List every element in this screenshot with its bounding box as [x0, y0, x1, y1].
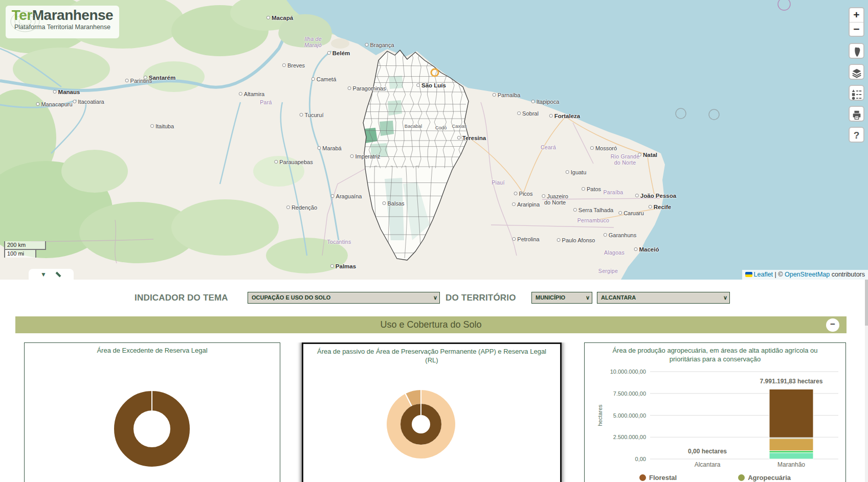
section-header: Uso e Cobertura do Solo − [15, 316, 847, 333]
svg-text:5.000.000,00: 5.000.000,00 [613, 412, 646, 419]
chevron-down-icon: ∨ [586, 292, 590, 303]
diagonal-expand-icon[interactable] [55, 271, 62, 278]
svg-text:10.000.000,00: 10.000.000,00 [610, 369, 646, 375]
chart-title: Área de Excedente de Reserva Legal [25, 346, 280, 355]
osm-link[interactable]: OpenStreetMap [785, 271, 830, 278]
legend-item: Agropecuária [738, 474, 791, 481]
basemap-canvas [0, 0, 868, 280]
legend-button[interactable] [849, 85, 864, 101]
territory-type-value: MUNICÍPIO [536, 294, 565, 301]
chart-card-passivo-app-rl[interactable]: Área de passivo de Área de Preservação P… [302, 342, 562, 482]
legend-list-icon [851, 88, 862, 100]
scale-mi: 100 mi [4, 249, 36, 258]
collapse-triangle-icon[interactable]: ▼ [40, 271, 47, 278]
territory-select-value: ALCANTARA [601, 294, 636, 301]
svg-text:7.500.000,00: 7.500.000,00 [613, 391, 646, 397]
legend-item: Florestal [639, 474, 677, 481]
chart-legend: FlorestalAgropecuária [585, 474, 845, 481]
map-collapse-control[interactable]: ▼ [29, 269, 74, 280]
map-attribution: Leaflet | © OpenStreetMap contributors [742, 270, 868, 280]
territory-label: DO TERRITÓRIO [446, 293, 516, 303]
maranhao-shape-icon [852, 47, 862, 58]
territory-type-select[interactable]: MUNICÍPIO ∨ [531, 292, 592, 304]
zoom-out-button[interactable]: − [850, 22, 863, 36]
leaflet-map[interactable]: MacapáBelémBragançaIlha de MarajóBrevesC… [0, 0, 868, 280]
svg-text:hectares: hectares [597, 404, 603, 426]
theme-label: INDICADOR DO TEMA [135, 293, 228, 303]
svg-text:0,00 hectares: 0,00 hectares [688, 448, 727, 455]
state-extent-button[interactable] [849, 43, 864, 59]
attribution-separator: | © [773, 271, 785, 278]
print-icon [851, 109, 862, 121]
territory-select[interactable]: ALCANTARA ∨ [597, 292, 730, 304]
charts-row: Área de Excedente de Reserva Legal Área … [0, 342, 868, 482]
app-logo: TerMaranhense Plataforma Territorial Mar… [6, 6, 119, 38]
svg-text:0,00: 0,00 [635, 456, 646, 462]
scale-control: 200 km 100 mi [4, 241, 46, 258]
sunburst-chart [303, 364, 559, 467]
filter-row: INDICADOR DO TEMA OCUPAÇÃO E USO DO SOLO… [0, 292, 868, 304]
svg-text:2.500.000,00: 2.500.000,00 [613, 434, 646, 440]
section-collapse-button[interactable]: − [826, 318, 839, 332]
print-button[interactable] [849, 106, 864, 122]
donut-chart [25, 355, 280, 472]
zoom-in-button[interactable]: + [850, 8, 863, 22]
leaflet-link[interactable]: Leaflet [754, 271, 773, 278]
app-title-rest: Maranhense [32, 7, 113, 23]
zoom-control: + − [849, 7, 864, 37]
chart-card-excedente-reserva-legal[interactable]: Área de Excedente de Reserva Legal [24, 342, 280, 482]
chart-card-producao-agropecuaria[interactable]: Área de produção agropecuária, em áreas … [584, 342, 846, 482]
scrollbar-thumb[interactable] [865, 280, 868, 326]
layers-icon [851, 67, 862, 79]
chevron-down-icon: ∨ [723, 292, 727, 303]
stacked-bar-chart: 10.000.000,007.500.000,005.000.000,002.5… [585, 363, 845, 471]
chevron-down-icon: ∨ [433, 292, 437, 303]
svg-text:Maranhão: Maranhão [777, 461, 805, 468]
ukraine-flag-icon [745, 272, 752, 277]
help-button[interactable]: ? [849, 127, 864, 143]
svg-text:7.991.191,83 hectares: 7.991.191,83 hectares [760, 378, 823, 385]
section-title: Uso e Cobertura do Solo [15, 316, 847, 333]
attribution-suffix: contributors [830, 271, 865, 278]
chart-title: Área de passivo de Área de Preservação P… [303, 347, 560, 364]
theme-select-value: OCUPAÇÃO E USO DO SOLO [252, 294, 330, 301]
chart-title: Área de produção agropecuária, em áreas … [585, 346, 845, 363]
layers-button[interactable] [849, 64, 864, 80]
svg-text:Alcantara: Alcantara [695, 461, 721, 468]
contour-art-icon [9, 9, 41, 34]
page-scrollbar[interactable] [865, 280, 868, 482]
theme-select[interactable]: OCUPAÇÃO E USO DO SOLO ∨ [248, 292, 440, 304]
